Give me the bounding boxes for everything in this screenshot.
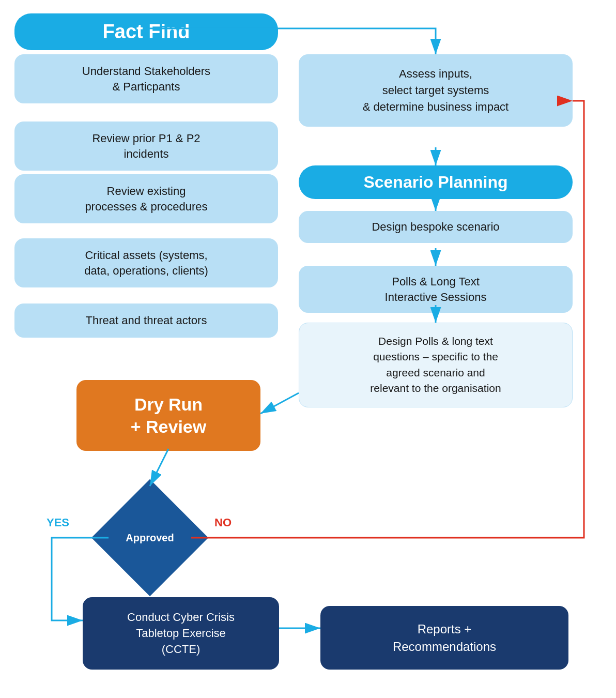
ccte-box: Conduct Cyber CrisisTabletop Exercise(CC…	[83, 597, 279, 670]
yes-label: YES	[47, 516, 69, 529]
no-label: NO	[214, 516, 232, 529]
diagram: Fact Find Understand Stakeholders& Parti…	[0, 0, 616, 698]
scenario-planning-header: Scenario Planning	[299, 165, 573, 199]
review-existing-box: Review existingprocesses & procedures	[14, 174, 278, 223]
polls-long-text-box: Polls & Long TextInteractive Sessions	[299, 266, 573, 313]
reports-box: Reports +Recommendations	[320, 606, 568, 670]
assess-inputs-box: Assess inputs,select target systems& det…	[299, 54, 573, 127]
critical-assets-box: Critical assets (systems,data, operation…	[14, 238, 278, 287]
design-bespoke-box: Design bespoke scenario	[299, 211, 573, 243]
approved-diamond-container: Approved	[98, 486, 202, 589]
approved-label: Approved	[98, 486, 202, 589]
fact-find-header: Fact Find	[14, 13, 278, 50]
threat-actors-box: Threat and threat actors	[14, 304, 278, 338]
design-polls-box: Design Polls & long textquestions – spec…	[299, 323, 573, 407]
understand-stakeholders-box: Understand Stakeholders& Particpants	[14, 54, 278, 103]
review-prior-box: Review prior P1 & P2incidents	[14, 122, 278, 171]
dry-run-box: Dry Run+ Review	[76, 380, 260, 451]
